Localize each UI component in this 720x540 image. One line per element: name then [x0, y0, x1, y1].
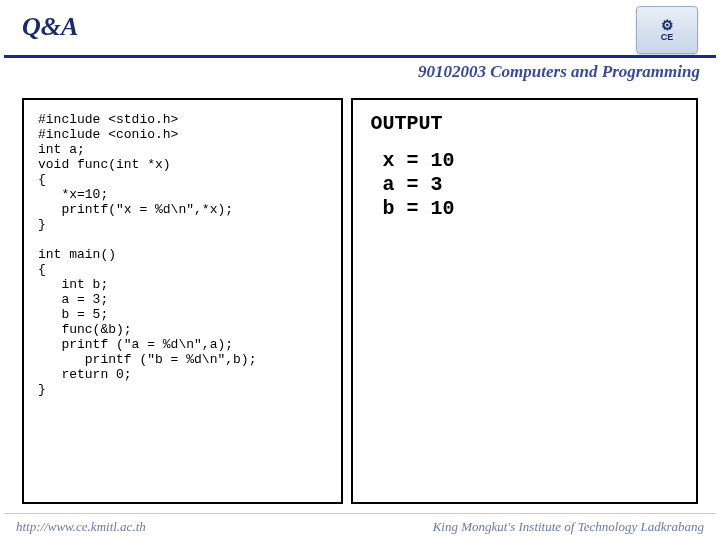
- footer-institution: King Mongkut's Institute of Technology L…: [433, 519, 704, 535]
- code-block: #include <stdio.h> #include <conio.h> in…: [38, 112, 327, 397]
- gear-icon: ⚙: [661, 18, 674, 32]
- page-title: Q&A: [22, 12, 78, 42]
- code-panel: #include <stdio.h> #include <conio.h> in…: [22, 98, 343, 504]
- output-title: OUTPUT: [371, 112, 678, 135]
- course-label: 90102003 Computers and Programming: [418, 62, 700, 82]
- output-lines: x = 10 a = 3 b = 10: [371, 149, 678, 221]
- footer: http://www.ce.kmitl.ac.th King Mongkut's…: [0, 514, 720, 540]
- content-panels: #include <stdio.h> #include <conio.h> in…: [22, 98, 698, 504]
- output-panel: OUTPUT x = 10 a = 3 b = 10: [351, 98, 698, 504]
- footer-url: http://www.ce.kmitl.ac.th: [16, 519, 146, 535]
- kmitl-logo: ⚙ CE: [636, 6, 698, 54]
- logo-text-top: CE: [661, 32, 674, 42]
- header-divider: [4, 55, 716, 58]
